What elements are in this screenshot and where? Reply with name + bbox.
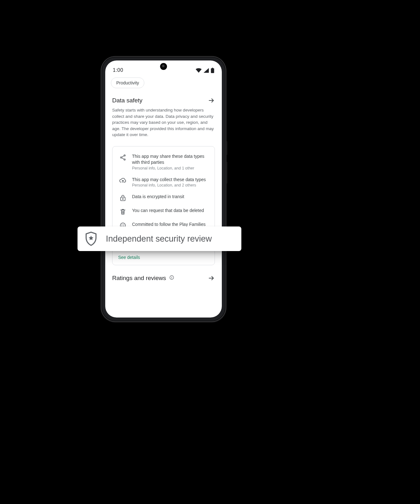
data-safety-row-text: Data is encrypted in transit: [132, 194, 184, 201]
security-review-callout: Independent security review: [78, 226, 241, 251]
svg-rect-5: [121, 198, 125, 201]
callout-label: Independent security review: [106, 234, 212, 244]
data-safety-section: Data safety Safety starts with understan…: [105, 93, 222, 141]
wifi-icon: [196, 68, 202, 73]
row-title: Data is encrypted in transit: [132, 194, 184, 200]
arrow-right-icon: [208, 275, 215, 282]
share-icon: [119, 153, 127, 170]
row-title: This app may share these data types with…: [132, 153, 208, 165]
row-title: You can request that data be deleted: [132, 208, 204, 214]
phone-screen: 1:00 Productivity Data safety: [105, 60, 222, 318]
cell-signal-icon: [204, 68, 209, 73]
arrow-right-icon: [208, 97, 215, 104]
chip-label: Productivity: [116, 80, 139, 85]
svg-rect-0: [211, 68, 214, 73]
battery-icon: [211, 68, 214, 73]
svg-point-11: [172, 277, 172, 277]
data-safety-row-text: This app may collect these data types Pe…: [132, 177, 206, 188]
shield-star-icon: [84, 231, 98, 246]
data-safety-row-text: This app may share these data types with…: [132, 153, 208, 170]
ratings-header: Ratings and reviews: [112, 275, 174, 282]
data-safety-row: This app may share these data types with…: [118, 152, 209, 174]
svg-point-2: [124, 155, 125, 156]
cloud-upload-icon: [119, 177, 127, 188]
ratings-section: Ratings and reviews: [105, 265, 222, 288]
data-safety-title: Data safety: [112, 97, 142, 104]
category-chip[interactable]: Productivity: [111, 77, 144, 88]
chip-row: Productivity: [105, 76, 222, 93]
ratings-title: Ratings and reviews: [112, 275, 166, 282]
data-safety-row: Data is encrypted in transit: [118, 191, 209, 204]
trash-icon: [119, 208, 127, 215]
svg-point-8: [122, 225, 122, 225]
see-details-link[interactable]: See details: [118, 255, 209, 260]
lock-icon: [119, 194, 127, 201]
svg-point-9: [124, 225, 124, 225]
info-icon[interactable]: [169, 275, 174, 281]
front-camera: [160, 63, 167, 70]
data-safety-row: This app may collect these data types Pe…: [118, 174, 209, 191]
svg-rect-1: [212, 68, 213, 69]
data-safety-description: Safety starts with understanding how dev…: [112, 107, 215, 138]
status-icons: [196, 68, 214, 73]
row-sub: Personal info, Location, and 2 others: [132, 183, 206, 187]
ratings-expand-button[interactable]: [207, 273, 216, 283]
data-safety-row-text: You can request that data be deleted: [132, 208, 204, 215]
row-sub: Personal info, Location, and 1 other: [132, 166, 208, 170]
data-safety-row: You can request that data be deleted: [118, 204, 209, 218]
section-header: Data safety: [112, 97, 215, 104]
row-title: This app may collect these data types: [132, 177, 206, 183]
status-time: 1:00: [113, 67, 123, 73]
data-safety-expand-button[interactable]: [207, 96, 216, 105]
phone-frame: 1:00 Productivity Data safety: [101, 56, 226, 322]
svg-point-6: [123, 199, 124, 200]
svg-point-3: [120, 157, 122, 158]
svg-point-4: [124, 159, 125, 160]
